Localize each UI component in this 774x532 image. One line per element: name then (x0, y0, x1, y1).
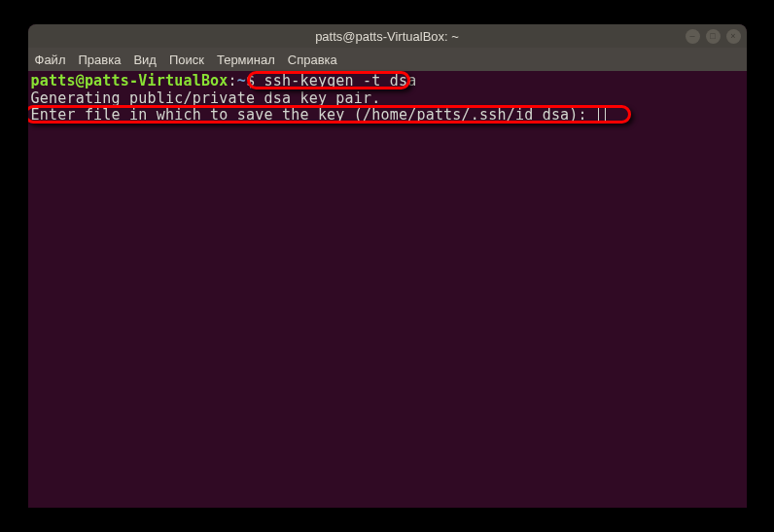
window-title: patts@patts-VirtualBox: ~ (315, 29, 459, 44)
terminal-line-3: Enter file in which to save the key (/ho… (31, 107, 744, 124)
menubar: Файл Правка Вид Поиск Терминал Справка (28, 48, 747, 71)
menu-help[interactable]: Справка (288, 53, 337, 67)
menu-view[interactable]: Вид (133, 53, 157, 67)
cursor-icon (598, 107, 606, 122)
prompt-colon: : (229, 72, 237, 89)
window-controls: – □ × (686, 29, 741, 44)
minimize-button[interactable]: – (686, 29, 700, 44)
prompt-path: ~ (237, 72, 246, 89)
menu-file[interactable]: Файл (35, 53, 66, 67)
terminal-window: patts@patts-VirtualBox: ~ – □ × Файл Пра… (28, 24, 747, 508)
menu-edit[interactable]: Правка (78, 53, 121, 67)
terminal-line-3-text: Enter file in which to save the key (/ho… (31, 106, 597, 124)
maximize-button[interactable]: □ (706, 29, 721, 44)
menu-search[interactable]: Поиск (169, 53, 204, 67)
menu-terminal[interactable]: Терминал (217, 53, 275, 67)
prompt-dollar: $ (246, 72, 264, 89)
close-button[interactable]: × (726, 29, 741, 44)
terminal-line-1: patts@patts-VirtualBox:~$ ssh-keygen -t … (31, 73, 744, 90)
prompt-userhost: patts@patts-VirtualBox (31, 72, 229, 89)
terminal-line-2: Generating public/private dsa key pair. (31, 90, 744, 108)
command-text: ssh-keygen -t dsa (264, 72, 417, 89)
terminal-body[interactable]: patts@patts-VirtualBox:~$ ssh-keygen -t … (28, 71, 747, 508)
titlebar: patts@patts-VirtualBox: ~ – □ × (28, 24, 747, 48)
